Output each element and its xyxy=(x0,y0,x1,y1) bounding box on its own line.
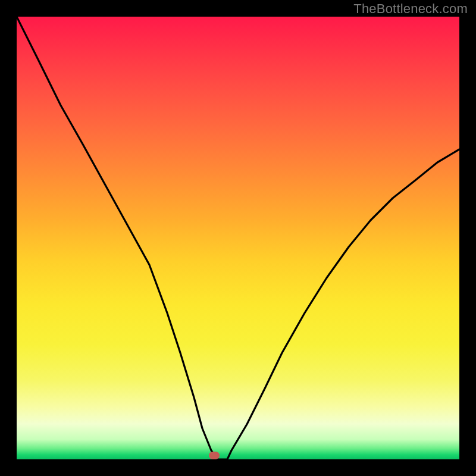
bottleneck-curve xyxy=(17,17,459,459)
watermark-text: TheBottleneck.com xyxy=(353,1,468,17)
min-point-marker xyxy=(209,452,220,459)
plot-area xyxy=(17,17,459,459)
curve-path xyxy=(17,17,459,459)
chart-frame: TheBottleneck.com xyxy=(0,0,476,476)
